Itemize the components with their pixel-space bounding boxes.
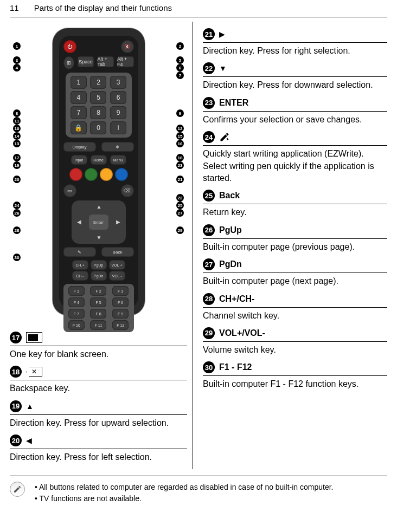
key-8: 8 (90, 106, 106, 119)
mute-icon: 🔇 (121, 40, 134, 53)
callout-25: 25 (176, 202, 184, 209)
callout-7: 7 (176, 72, 184, 79)
item-title: F1 - F12 (219, 362, 252, 372)
power-icon: ⏻ (63, 40, 76, 53)
item-desc: Direction key. Press for right selection… (203, 45, 387, 57)
enter-button: Enter (89, 215, 108, 230)
item-number: 30 (203, 361, 215, 373)
item-18: 18 ✕ Backspace key. (10, 366, 187, 394)
note-icon (10, 482, 25, 497)
item-desc: Return key. (203, 206, 387, 218)
callout-4: 4 (13, 64, 21, 72)
f7-key: F 7 (68, 309, 85, 319)
backspace-icon: ⌫ (121, 184, 134, 197)
item-title: PgDn (219, 259, 242, 269)
callout-15: 15 (176, 132, 184, 140)
screen-icon (26, 332, 42, 343)
item-desc: Channel switch key. (203, 310, 387, 322)
alt-tab-button: Alt + Tab (97, 56, 114, 67)
right-arrow-icon: ▶ (219, 30, 225, 38)
input-button: Input (71, 155, 87, 165)
item-19: 19 ▲ Direction key. Press for upward sel… (10, 400, 187, 429)
key-5: 5 (90, 91, 106, 104)
ch-minus-button: CH.- (72, 271, 88, 281)
page-header: 11 Parts of the display and their functi… (10, 0, 387, 17)
item-number: 26 (203, 224, 215, 236)
display-button: Display (63, 142, 96, 152)
item-number: 23 (203, 97, 215, 109)
item-desc: Quickly start writing application (EZWri… (203, 148, 387, 184)
key-7: 7 (71, 106, 87, 119)
footnote-line-1: • All buttons related to computer are re… (35, 482, 333, 493)
f6-key: F 6 (112, 297, 129, 307)
right-column: 21 ▶ Direction key. Press for right sele… (193, 22, 393, 469)
item-30: 30 F1 - F12 Built-in computer F1 - F12 f… (203, 361, 387, 390)
item-title: CH+/CH- (219, 294, 254, 304)
dpad-right-icon: ▶ (116, 219, 120, 225)
f12-key: F 12 (112, 320, 129, 330)
item-title: VOL+/VOL- (219, 328, 265, 338)
f11-key: F 11 (90, 320, 106, 330)
callout-3: 3 (13, 56, 21, 64)
item-21: 21 ▶ Direction key. Press for right sele… (203, 28, 387, 57)
callout-12: 12 (176, 125, 184, 132)
item-22: 22 ▼ Direction key. Press for downward s… (203, 62, 387, 91)
callout-2: 2 (176, 42, 184, 50)
item-number: 22 (203, 62, 215, 74)
page-number: 11 (10, 3, 19, 12)
key-3: 3 (110, 76, 126, 89)
item-number: 24 (203, 131, 215, 143)
up-arrow-icon: ▲ (26, 402, 34, 411)
callout-9: 9 (176, 109, 184, 117)
space-button: Space (78, 56, 94, 67)
callout-23: 23 (176, 161, 184, 169)
callout-21: 21 (176, 176, 184, 183)
item-number: 17 (10, 332, 22, 343)
dpad: ▲ ▼ ◀ ▶ Enter (72, 200, 126, 244)
callout-6: 6 (176, 64, 184, 72)
item-28: 28 CH+/CH- Channel switch key. (203, 293, 387, 322)
callout-28: 28 (13, 226, 21, 234)
callout-18: 18 (176, 154, 184, 161)
footnote: • All buttons related to computer are re… (10, 476, 387, 504)
pgup-button: PgUp (91, 260, 107, 270)
item-17: 17 One key for blank screen. (10, 332, 187, 360)
key-4: 4 (71, 91, 87, 104)
f9-key: F 9 (112, 309, 129, 319)
callout-27: 27 (176, 209, 184, 217)
item-number: 20 (10, 434, 22, 446)
item-27: 27 PgDn Built-in computer page (next pag… (203, 258, 387, 287)
ch-plus-button: CH.+ (72, 260, 88, 270)
callout-14: 14 (13, 132, 21, 140)
left-arrow-icon: ◀ (26, 436, 32, 445)
item-number: 18 (10, 366, 22, 378)
callout-22: 22 (176, 194, 184, 202)
key-9: 9 (110, 106, 126, 119)
red-button (69, 168, 82, 181)
item-number: 19 (10, 400, 22, 412)
green-button (85, 168, 98, 181)
item-desc: Direction key. Press for upward selectio… (10, 417, 187, 429)
callout-8: 8 (13, 109, 21, 117)
callout-16: 16 (176, 140, 184, 147)
f5-key: F 5 (90, 297, 106, 307)
remote-body: ⏻ 🔇 ⊞ Space Alt + Tab Alt + F4 123 456 7… (53, 28, 145, 315)
dpad-up-icon: ▲ (97, 204, 102, 210)
item-number: 25 (203, 190, 215, 202)
callout-5: 5 (176, 56, 184, 64)
callout-24: 24 (13, 202, 21, 209)
item-23: 23 ENTER Confirms your selection or save… (203, 97, 387, 126)
blank-screen-icon: ▭ (63, 184, 76, 197)
item-desc: Backspace key. (10, 382, 187, 394)
info-icon: i (110, 121, 126, 134)
pgdn-button: PgDn (91, 271, 107, 281)
f1-key: F 1 (68, 286, 85, 296)
callout-19: 19 (13, 161, 21, 169)
item-25: 25 Back Return key. (203, 190, 387, 218)
key-2: 2 (90, 76, 106, 89)
vol-minus-button: VOL - (109, 271, 125, 281)
windows-icon: ⊞ (63, 56, 74, 69)
item-desc: Volume switch key. (203, 344, 387, 356)
item-number: 28 (203, 293, 215, 305)
callout-29: 29 (176, 226, 184, 234)
